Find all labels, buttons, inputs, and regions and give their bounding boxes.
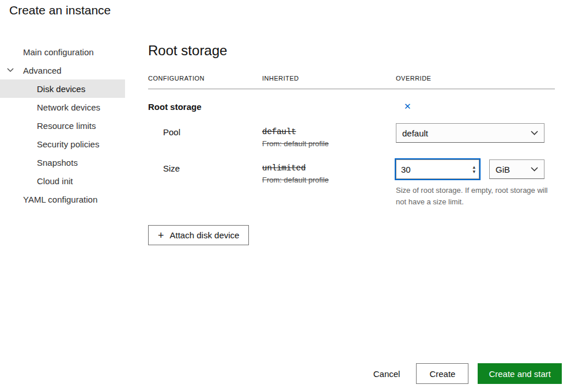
sidebar-item-label: Cloud init (37, 176, 73, 186)
size-input-wrap: ▴ ▾ (396, 159, 479, 179)
sidebar-item-label: Disk devices (37, 84, 85, 94)
sidebar: Main configuration Advanced Disk devices… (0, 43, 125, 208)
main-content: Root storage CONFIGURATION INHERITED OVE… (148, 43, 555, 245)
size-label: Size (148, 159, 262, 173)
create-button[interactable]: Create (416, 363, 468, 384)
close-icon: ✕ (404, 101, 411, 111)
sidebar-item-label: Advanced (23, 66, 62, 75)
clear-override-button[interactable]: ✕ (396, 101, 411, 111)
pool-label: Pool (148, 123, 262, 137)
sidebar-item-main-configuration[interactable]: Main configuration (0, 43, 125, 61)
sidebar-item-label: Network devices (37, 102, 100, 112)
sidebar-item-security-policies[interactable]: Security policies (0, 135, 125, 153)
sidebar-item-label: Security policies (37, 139, 99, 149)
pool-row: Pool default From: default profile defau… (148, 123, 555, 148)
column-header-override: OVERRIDE (396, 75, 555, 82)
root-storage-row: Root storage ✕ (148, 101, 555, 112)
create-and-start-button[interactable]: Create and start (478, 363, 562, 384)
column-header-configuration: CONFIGURATION (148, 75, 262, 82)
footer: Cancel Create Create and start (366, 363, 562, 384)
sidebar-item-label: Snapshots (37, 158, 78, 168)
sidebar-item-label: Main configuration (23, 47, 94, 57)
attach-disk-device-label: Attach disk device (170, 230, 240, 240)
size-help-text: Size of root storage. If empty, root sto… (396, 185, 555, 208)
sidebar-item-snapshots[interactable]: Snapshots (0, 153, 125, 172)
pool-inherited-source: From: default profile (262, 139, 396, 148)
pool-inherited-cell: default From: default profile (262, 123, 396, 148)
size-controls: ▴ ▾ GiB (396, 159, 555, 179)
sidebar-item-cloud-init[interactable]: Cloud init (0, 172, 125, 190)
size-inherited-source: From: default profile (262, 176, 396, 184)
sidebar-item-resource-limits[interactable]: Resource limits (0, 116, 125, 135)
size-input[interactable] (396, 159, 479, 179)
sidebar-item-network-devices[interactable]: Network devices (0, 98, 125, 116)
size-row: Size unlimited From: default profile ▴ ▾ (148, 159, 555, 208)
sidebar-item-label: YAML configuration (23, 195, 97, 204)
number-stepper: ▴ ▾ (472, 165, 475, 174)
section-heading: Root storage (148, 43, 555, 59)
unit-select[interactable]: GiB (489, 159, 544, 179)
sidebar-item-disk-devices[interactable]: Disk devices (0, 79, 125, 98)
table-header-row: CONFIGURATION INHERITED OVERRIDE (148, 75, 555, 89)
sidebar-item-advanced[interactable]: Advanced (0, 61, 125, 79)
sidebar-item-yaml-configuration[interactable]: YAML configuration (0, 190, 125, 208)
size-override-cell: ▴ ▾ GiB Size of root storage. If empty, … (396, 159, 555, 208)
chevron-down-icon (531, 131, 538, 135)
pool-select[interactable]: default (396, 123, 544, 143)
pool-override-cell: default (396, 123, 555, 143)
size-inherited-cell: unlimited From: default profile (262, 159, 396, 184)
chevron-down-icon (531, 167, 538, 172)
plus-icon: + (158, 230, 164, 241)
pool-select-value: default (402, 128, 428, 138)
pool-inherited-value: default (262, 127, 396, 136)
config-table: CONFIGURATION INHERITED OVERRIDE Root st… (148, 75, 555, 208)
column-header-inherited: INHERITED (262, 75, 396, 82)
sidebar-item-label: Resource limits (37, 121, 96, 131)
unit-select-value: GiB (496, 165, 510, 174)
create-instance-page: Create an instance Main configuration Ad… (0, 0, 571, 392)
cancel-button[interactable]: Cancel (366, 363, 407, 384)
stepper-down-icon[interactable]: ▾ (472, 169, 475, 174)
attach-disk-device-button[interactable]: + Attach disk device (148, 225, 249, 245)
chevron-down-icon[interactable] (7, 68, 14, 73)
page-title: Create an instance (9, 3, 111, 17)
root-storage-override-cell: ✕ (396, 101, 555, 112)
size-inherited-value: unlimited (262, 163, 396, 173)
device-name: Root storage (148, 101, 262, 112)
